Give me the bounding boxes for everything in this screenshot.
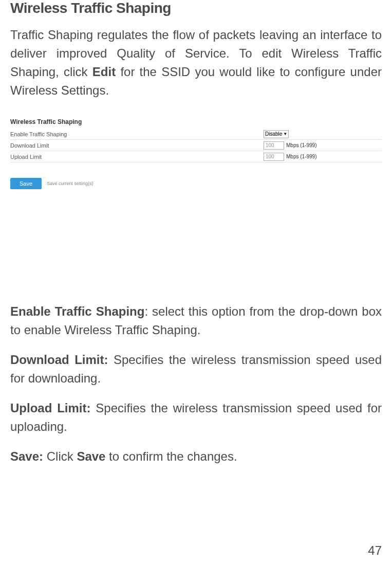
chevron-down-icon: ▼: [283, 132, 287, 136]
page-number: 47: [368, 543, 382, 558]
row-enable-traffic-shaping: Enable Traffic Shaping Disable ▼: [10, 129, 382, 140]
intro-paragraph: Traffic Shaping regulates the flow of pa…: [10, 26, 382, 100]
row-download-limit: Download Limit Mbps (1-999): [10, 140, 382, 151]
input-upload-limit[interactable]: [264, 153, 284, 161]
config-panel: Wireless Traffic Shaping Enable Traffic …: [10, 115, 382, 189]
def-upload-limit: Upload Limit: Specifies the wireless tra…: [10, 399, 382, 436]
panel-title: Wireless Traffic Shaping: [10, 115, 382, 129]
unit-upload: Mbps (1-999): [286, 154, 316, 159]
save-button[interactable]: Save: [10, 178, 42, 189]
save-hint: Save current setting(s): [47, 181, 94, 186]
intro-bold-edit: Edit: [92, 65, 116, 79]
def-enable-traffic-shaping: Enable Traffic Shaping: select this opti…: [10, 302, 382, 339]
dropdown-value: Disable: [265, 131, 282, 137]
def-mid: Click: [43, 449, 77, 463]
def-download-limit: Download Limit: Specifies the wireless t…: [10, 351, 382, 388]
def-save: Save: Click Save to confirm the changes.: [10, 447, 382, 466]
dropdown-enable-traffic-shaping[interactable]: Disable ▼: [264, 130, 289, 138]
unit-download: Mbps (1-999): [286, 142, 316, 148]
def-term: Save:: [10, 449, 43, 463]
def-desc: to confirm the changes.: [105, 449, 237, 463]
row-upload-limit: Upload Limit Mbps (1-999): [10, 151, 382, 162]
def-term: Enable Traffic Shaping: [10, 304, 144, 318]
page-heading: Wireless Traffic Shaping: [10, 0, 382, 16]
input-download-limit[interactable]: [264, 141, 284, 150]
save-section: Save Save current setting(s): [10, 178, 382, 189]
def-bold-save: Save: [77, 449, 105, 463]
def-term: Upload Limit:: [10, 401, 91, 415]
label-download-limit: Download Limit: [10, 142, 264, 149]
label-upload-limit: Upload Limit: [10, 154, 264, 160]
label-enable-traffic-shaping: Enable Traffic Shaping: [10, 131, 264, 137]
def-term: Download Limit:: [10, 353, 108, 367]
